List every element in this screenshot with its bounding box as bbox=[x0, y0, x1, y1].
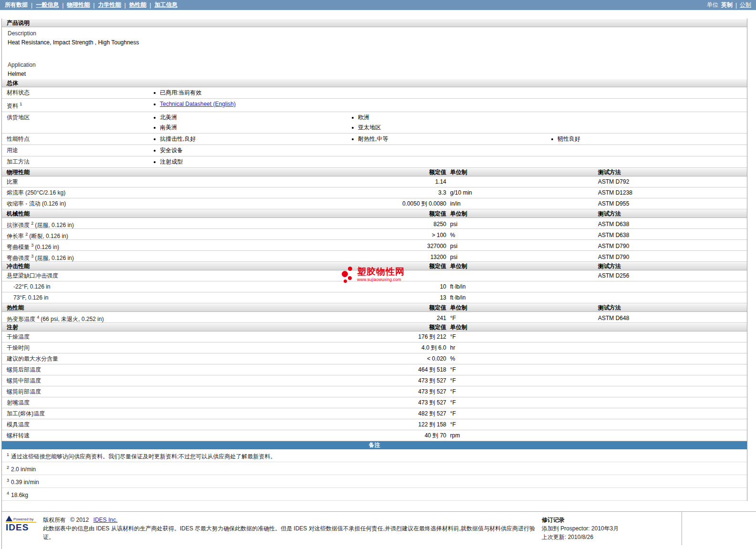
bullet-icon bbox=[154, 117, 156, 119]
technical-datasheet-link[interactable]: Technical Datasheet (English) bbox=[160, 99, 236, 109]
revision-updated: 上次更新: 2010/8/26 bbox=[542, 533, 619, 541]
bullet-icon bbox=[551, 138, 553, 140]
row-label: 加工方法 bbox=[2, 157, 154, 167]
nav-thermal[interactable]: 热性能 bbox=[129, 1, 147, 9]
table-row: 熔流率(250°C/2.16 kg) 3.3 g/10 min ASTM D12… bbox=[2, 187, 747, 198]
property-label: 建议的最大水分含量 bbox=[2, 353, 336, 364]
row-availability: 供货地区 北美洲 南美洲 欧洲 亚太地区 bbox=[2, 112, 747, 134]
ides-inc-link[interactable]: IDES Inc. bbox=[94, 517, 118, 523]
bullet-icon bbox=[352, 138, 354, 140]
bullet-icon bbox=[154, 161, 156, 163]
property-label: 收缩率 - 流动(0.126 in) bbox=[2, 198, 336, 209]
column-header-value: 额定值 bbox=[336, 304, 446, 312]
section-header-impact: 冲击性能 额定值 单位制 测试方法 bbox=[2, 262, 747, 270]
column-header-test: 测试方法 bbox=[598, 304, 747, 312]
property-value: 241 bbox=[336, 313, 446, 323]
footnote: 1通过这些链接您能够访问供应商资料。我们尽量保证及时更新资料;不过您可以从供应商… bbox=[2, 449, 747, 462]
row-resources: 资料 1 Technical Datasheet (English) bbox=[2, 99, 747, 112]
ides-triangle-icon bbox=[6, 516, 12, 521]
unit-metric-button[interactable]: 公制 bbox=[740, 1, 751, 9]
feature: 耐热性,中等 bbox=[358, 134, 388, 144]
property-unit: hr bbox=[446, 342, 598, 353]
nav-separator: | bbox=[31, 2, 32, 9]
property-value: 122 到 158 bbox=[336, 419, 446, 430]
top-navbar: 所有数据 | 一般信息 | 物理性能 | 力学性能 | 热性能 | 加工信息 单… bbox=[0, 0, 756, 10]
description-text: Heat Resistance, Impact Strength , High … bbox=[8, 38, 747, 47]
description-label: Description bbox=[8, 29, 747, 38]
revision-added: 添加到 Prospector: 2010年3月 bbox=[542, 524, 619, 533]
bullet-icon bbox=[154, 127, 156, 129]
property-value: 13200 bbox=[336, 252, 446, 262]
property-value: 473 到 527 bbox=[336, 386, 446, 397]
table-row: 射嘴温度 473 到 527 °F bbox=[2, 397, 747, 408]
table-row: 螺筒后部温度 464 到 518 °F bbox=[2, 364, 747, 375]
property-label: 模具温度 bbox=[2, 419, 336, 430]
table-row: 伸长率 2(断裂, 0.126 in) > 100 % ASTM D638 bbox=[2, 229, 747, 240]
table-row: 弯曲模量 3(0.126 in) 327000 psi ASTM D790 bbox=[2, 240, 747, 251]
test-method: ASTM D648 bbox=[598, 313, 747, 323]
property-unit: ft·lb/in bbox=[446, 292, 598, 303]
ides-logo[interactable]: Powered by IDES bbox=[6, 516, 36, 543]
column-header-test: 测试方法 bbox=[598, 168, 747, 176]
footer: Powered by IDES 版权所有 © 2012 IDES Inc. 此数… bbox=[2, 512, 682, 545]
units-switcher: 单位 英制 | 公制 bbox=[707, 1, 751, 9]
unit-english-button[interactable]: 英制 bbox=[721, 1, 733, 9]
table-row: 弯曲强度 3(屈服, 0.126 in) 13200 psi ASTM D790 bbox=[2, 251, 747, 262]
property-value: 176 到 212 bbox=[336, 331, 446, 342]
section-title: 冲击性能 bbox=[2, 262, 336, 270]
column-header-value: 额定值 bbox=[336, 168, 446, 176]
feature: 抗撞击性,良好 bbox=[160, 134, 196, 144]
property-value: 0.0050 到 0.0080 bbox=[336, 198, 446, 209]
region: 北美洲 bbox=[160, 113, 177, 123]
property-unit: psi bbox=[446, 252, 598, 262]
table-row: 螺杆转速 40 到 70 rpm bbox=[2, 430, 747, 441]
row-label: 资料 1 bbox=[2, 99, 154, 111]
row-label: 材料状态 bbox=[2, 88, 154, 98]
bullet-icon bbox=[154, 138, 156, 140]
table-row: 建议的最大水分含量 < 0.020 % bbox=[2, 353, 747, 364]
column-header-value: 额定值 bbox=[336, 262, 446, 270]
property-unit: °F bbox=[446, 397, 598, 408]
property-unit: g/10 min bbox=[446, 187, 598, 198]
nav-physical[interactable]: 物理性能 bbox=[67, 1, 90, 9]
table-row: 收缩率 - 流动(0.126 in) 0.0050 到 0.0080 in/in… bbox=[2, 198, 747, 209]
product-description-block: Description Heat Resistance, Impact Stre… bbox=[2, 27, 747, 79]
table-row: 干燥温度 176 到 212 °F bbox=[2, 331, 747, 342]
property-unit: °F bbox=[446, 364, 598, 375]
section-header-product: 产品说明 bbox=[2, 19, 747, 27]
test-method: ASTM D792 bbox=[598, 176, 747, 187]
material-status-value: 已商用:当前有效 bbox=[160, 88, 201, 98]
notes-header: 备注 bbox=[2, 441, 747, 449]
test-method: ASTM D638 bbox=[598, 219, 747, 229]
property-label: 螺筒中部温度 bbox=[2, 375, 336, 386]
property-unit: °F bbox=[446, 386, 598, 397]
nav-general-info[interactable]: 一般信息 bbox=[36, 1, 59, 9]
property-value: 3.3 bbox=[336, 187, 446, 198]
property-label: 干燥时间 bbox=[2, 342, 336, 353]
property-value: 10 bbox=[336, 281, 446, 292]
footnote: 22.0 in/min bbox=[2, 462, 747, 475]
table-row: 螺筒中部温度 473 到 527 °F bbox=[2, 375, 747, 386]
property-value: > 100 bbox=[336, 230, 446, 240]
nav-mechanical[interactable]: 力学性能 bbox=[98, 1, 121, 9]
nav-separator: | bbox=[735, 2, 737, 9]
processing-method: 注射成型 bbox=[160, 157, 183, 167]
section-title: 热性能 bbox=[2, 304, 336, 312]
copyright-year: © 2012 bbox=[70, 517, 89, 523]
bullet-icon bbox=[154, 150, 156, 152]
application-label: Application bbox=[8, 61, 747, 70]
table-row: 加工(熔体)温度 482 到 527 °F bbox=[2, 408, 747, 419]
row-processing-method: 加工方法 注射成型 bbox=[2, 156, 747, 168]
property-label: 螺杆转速 bbox=[2, 430, 336, 441]
row-features: 性能特点 抗撞击性,良好 耐热性,中等 韧性良好 bbox=[2, 134, 747, 145]
row-material-status: 材料状态 已商用:当前有效 bbox=[2, 87, 747, 99]
nav-processing[interactable]: 加工信息 bbox=[155, 1, 178, 9]
property-label: 比重 bbox=[2, 176, 336, 187]
nav-all-data[interactable]: 所有数据 bbox=[5, 1, 28, 9]
powered-by-label: Powered by bbox=[13, 517, 33, 521]
property-unit: % bbox=[446, 353, 598, 364]
property-value: 473 到 527 bbox=[336, 375, 446, 386]
row-uses: 用途 安全设备 bbox=[2, 145, 747, 156]
property-unit: psi bbox=[446, 219, 598, 229]
property-unit: °F bbox=[446, 419, 598, 430]
